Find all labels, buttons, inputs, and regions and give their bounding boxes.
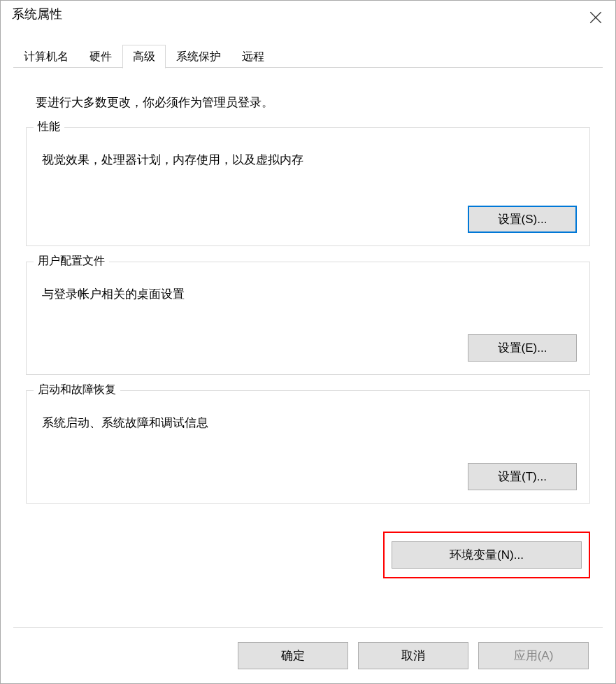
group-startup-recovery-button-row: 设置(T)... [39,463,577,490]
startup-recovery-settings-button[interactable]: 设置(T)... [468,463,577,490]
cancel-button[interactable]: 取消 [358,642,468,669]
tab-system-protection[interactable]: 系统保护 [166,45,231,68]
group-startup-recovery: 启动和故障恢复 系统启动、系统故障和调试信息 设置(T)... [26,390,590,504]
environment-variables-highlight: 环境变量(N)... [383,532,590,578]
group-startup-recovery-label: 启动和故障恢复 [34,383,120,397]
group-user-profiles-desc: 与登录帐户相关的桌面设置 [42,286,577,302]
group-performance-desc: 视觉效果，处理器计划，内存使用，以及虚拟内存 [42,152,577,168]
environment-variables-row: 环境变量(N)... [26,532,590,578]
group-performance-label: 性能 [34,120,64,134]
admin-note: 要进行大多数更改，你必须作为管理员登录。 [36,94,590,111]
group-user-profiles-button-row: 设置(E)... [39,334,577,362]
performance-settings-button[interactable]: 设置(S)... [468,206,577,233]
group-startup-recovery-desc: 系统启动、系统故障和调试信息 [42,415,577,431]
group-user-profiles: 用户配置文件 与登录帐户相关的桌面设置 设置(E)... [26,262,590,375]
group-performance-button-row: 设置(S)... [39,206,577,233]
system-properties-window: 系统属性 计算机名 硬件 高级 系统保护 远程 要进行大多数更改，你必须作为管理… [0,0,616,684]
ok-button[interactable]: 确定 [238,642,348,669]
tab-computer-name[interactable]: 计算机名 [13,45,79,68]
close-button[interactable] [578,5,614,30]
dialog-footer: 确定 取消 应用(A) [13,627,603,683]
environment-variables-button[interactable]: 环境变量(N)... [392,541,582,569]
titlebar: 系统属性 [1,1,615,34]
close-icon [589,11,602,24]
tabstrip: 计算机名 硬件 高级 系统保护 远程 [1,44,615,68]
tab-remote[interactable]: 远程 [231,45,275,68]
tab-content: 要进行大多数更改，你必须作为管理员登录。 性能 视觉效果，处理器计划，内存使用，… [1,68,615,627]
tab-hardware[interactable]: 硬件 [79,45,122,68]
window-title: 系统属性 [12,5,62,22]
group-user-profiles-label: 用户配置文件 [34,254,109,269]
group-performance: 性能 视觉效果，处理器计划，内存使用，以及虚拟内存 设置(S)... [26,127,590,246]
user-profiles-settings-button[interactable]: 设置(E)... [468,334,577,362]
tab-advanced[interactable]: 高级 [122,45,166,69]
apply-button[interactable]: 应用(A) [478,642,589,669]
